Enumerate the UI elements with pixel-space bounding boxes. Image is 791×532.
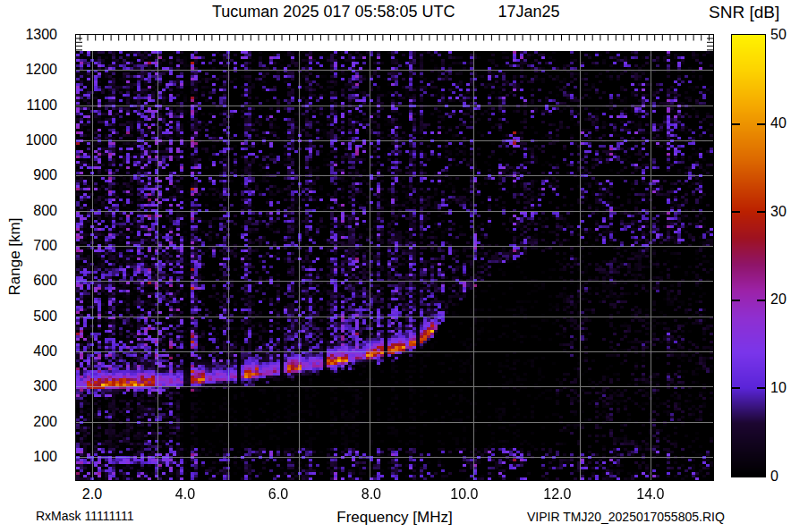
colorbar-tick-label: 0 — [770, 469, 791, 485]
title-station-time: Tucuman 2025 017 05:58:05 UTC — [212, 3, 455, 21]
plot-title: Tucuman 2025 017 05:58:05 UTC17Jan25 — [212, 3, 560, 21]
axis-tick-combs — [76, 35, 713, 480]
x-tick-label: 6.0 — [250, 486, 307, 502]
y-tick-label: 1000 — [0, 132, 57, 148]
x-tick-label: 8.0 — [343, 486, 400, 502]
y-tick-label: 1300 — [0, 27, 57, 43]
colorbar-title: SNR [dB] — [709, 3, 779, 22]
x-axis-title: Frequency [MHz] — [305, 509, 484, 527]
y-tick-label: 100 — [0, 449, 57, 465]
colorbar — [731, 34, 766, 477]
colorbar-tick-label: 20 — [770, 291, 791, 308]
y-axis-title: Range [km] — [6, 167, 24, 346]
data-file-id: VIPIR TMJ20_2025017055805.RIQ — [527, 510, 725, 524]
colorbar-tick-label: 30 — [770, 204, 791, 220]
colorbar-tick-label: 50 — [770, 27, 791, 43]
ionogram-app: Tucuman 2025 017 05:58:05 UTC17Jan25 SNR… — [0, 0, 791, 532]
colorbar-tick-label: 10 — [770, 380, 791, 396]
x-tick-label: 4.0 — [157, 486, 214, 502]
title-date: 17Jan25 — [498, 3, 560, 21]
x-tick-label: 12.0 — [529, 486, 586, 502]
y-tick-label: 1100 — [0, 97, 57, 114]
x-tick-label: 2.0 — [64, 486, 121, 502]
x-tick-label: 10.0 — [436, 486, 493, 502]
colorbar-tick-label: 40 — [770, 115, 791, 131]
y-tick-label: 1200 — [0, 62, 57, 78]
rx-mask-text: RxMask 11111111 — [36, 509, 133, 523]
plot-frame — [75, 34, 714, 481]
x-tick-label: 14.0 — [622, 486, 679, 502]
y-tick-label: 200 — [0, 414, 57, 430]
y-tick-label: 300 — [0, 378, 57, 394]
